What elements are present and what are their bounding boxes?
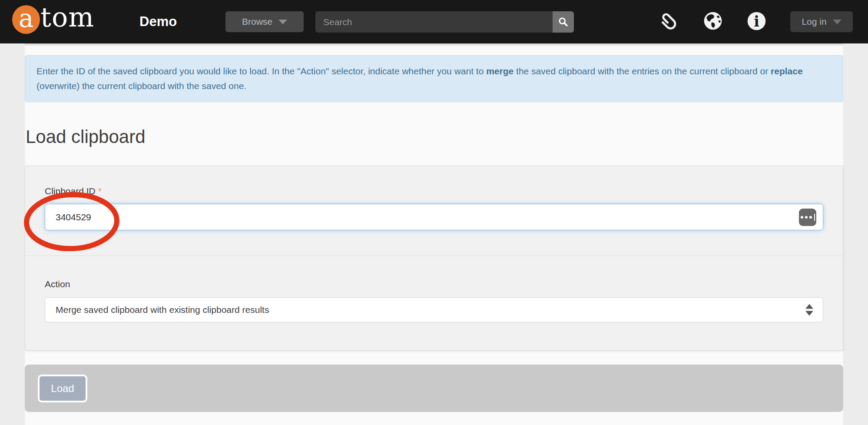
atom-logo-a-icon: a <box>12 5 40 34</box>
form-actions-bar: Load <box>25 365 843 412</box>
caret-down-icon <box>833 20 841 24</box>
select-arrows-icon <box>805 304 813 316</box>
required-asterisk: * <box>98 186 102 196</box>
content-wrapper: Enter the ID of the saved clipboard you … <box>25 43 843 425</box>
about-menu-button[interactable]: i <box>746 10 767 32</box>
info-alert: Enter the ID of the saved clipboard you … <box>25 55 843 102</box>
clipboard-id-input-row <box>45 204 823 230</box>
info-icon: i <box>746 11 767 31</box>
action-label: Action <box>45 279 823 289</box>
action-select[interactable]: Merge saved clipboard with existing clip… <box>45 297 823 322</box>
language-menu-button[interactable] <box>702 10 723 32</box>
load-clipboard-form: Clipboard ID* Action Merge saved clipboa… <box>25 166 843 351</box>
site-title[interactable]: Demo <box>139 0 177 43</box>
browse-label: Browse <box>242 17 272 27</box>
top-navigation-bar: a tom Demo Browse <box>0 0 868 43</box>
search-input[interactable] <box>315 11 553 33</box>
browse-dropdown-button[interactable]: Browse <box>225 11 304 32</box>
action-selected-value: Merge saved clipboard with existing clip… <box>56 305 269 315</box>
svg-text:i: i <box>754 13 759 30</box>
autofill-dots-icon[interactable] <box>799 209 816 226</box>
action-section: Action Merge saved clipboard with existi… <box>25 256 843 350</box>
clipboard-id-label: Clipboard ID* <box>45 186 823 196</box>
clipboard-id-input[interactable] <box>45 204 823 230</box>
clipboard-menu-button[interactable] <box>659 10 680 32</box>
login-dropdown-button[interactable]: Log in <box>790 11 853 32</box>
search-icon <box>557 16 569 28</box>
globe-icon <box>703 11 723 31</box>
clipboard-id-section: Clipboard ID* <box>25 166 843 256</box>
paperclip-icon <box>655 6 685 36</box>
load-clipboard-page: a tom Demo Browse <box>0 0 868 425</box>
search-bar <box>315 11 574 33</box>
atom-logo[interactable]: a tom <box>12 4 94 35</box>
load-button[interactable]: Load <box>38 375 87 402</box>
page-title: Load clipboard <box>26 126 843 147</box>
atom-logo-text: tom <box>40 4 94 35</box>
search-button[interactable] <box>553 11 574 33</box>
caret-down-icon <box>278 20 287 24</box>
login-label: Log in <box>802 17 826 27</box>
